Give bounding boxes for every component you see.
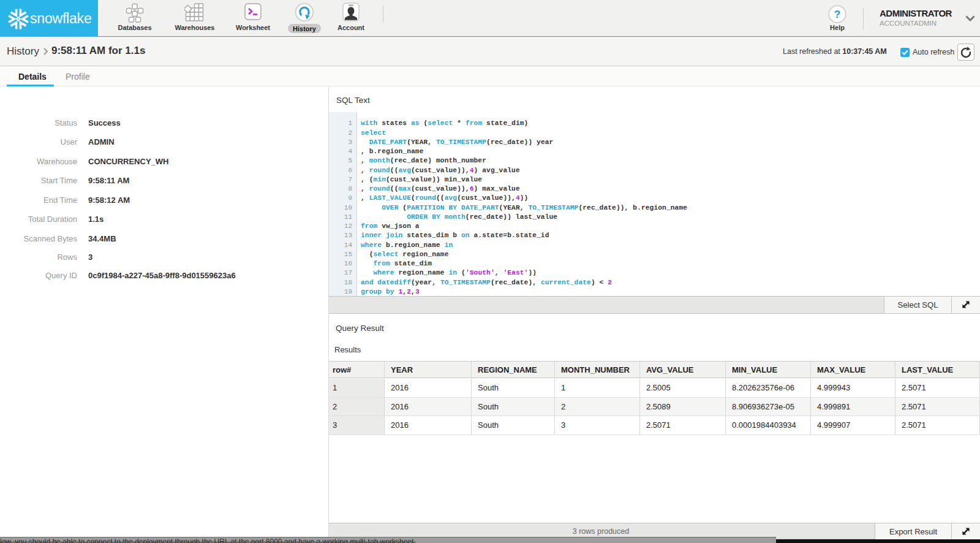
svg-text:?: ? xyxy=(834,9,840,20)
